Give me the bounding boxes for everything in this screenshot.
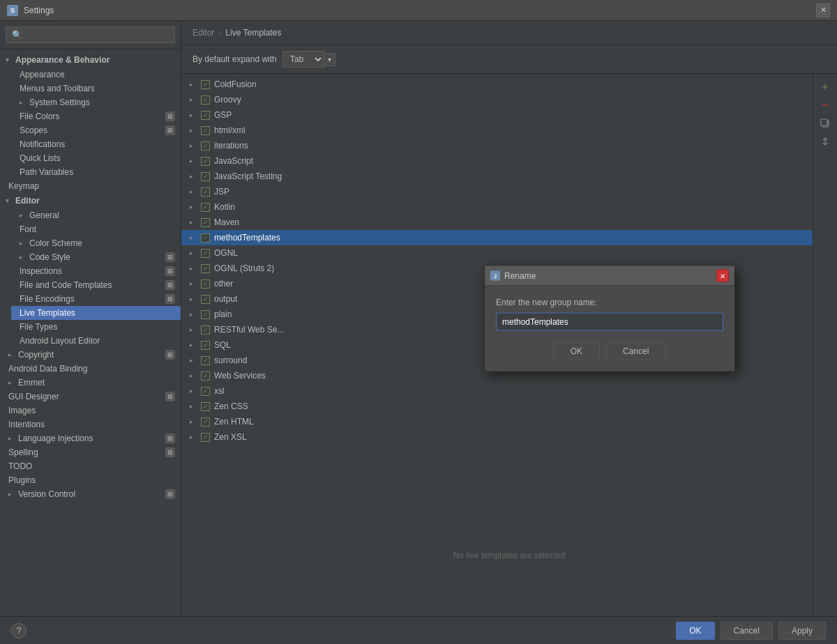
expand-arrow xyxy=(6,197,13,204)
dialog-overlay: J Rename ✕ Enter the new group name: OK … xyxy=(181,21,837,616)
sidebar-item-inspections[interactable]: Inspections ⊞ xyxy=(11,264,181,278)
sidebar-tree: Appearance & Behavior Appearance Menus a… xyxy=(0,49,181,616)
sidebar-item-font[interactable]: Font xyxy=(11,222,181,236)
badge: ⊞ xyxy=(165,280,175,290)
dialog-body: Enter the new group name: OK Cancel xyxy=(485,286,734,371)
sidebar-item-quick-lists[interactable]: Quick Lists xyxy=(11,151,181,165)
sidebar-item-file-colors[interactable]: File Colors ⊞ xyxy=(11,109,181,123)
dialog-title: Rename xyxy=(504,271,712,281)
sidebar-item-file-encodings[interactable]: File Encodings ⊞ xyxy=(11,292,181,306)
badge: ⊞ xyxy=(165,112,175,121)
badge: ⊞ xyxy=(165,392,175,401)
badge: ⊞ xyxy=(165,266,175,276)
sidebar-item-live-templates[interactable]: Live Templates xyxy=(11,306,181,320)
sidebar-item-menus-toolbars[interactable]: Menus and Toolbars xyxy=(11,82,181,95)
badge: ⊞ xyxy=(165,489,175,499)
expand-arrow xyxy=(6,56,13,63)
sidebar-item-general[interactable]: General xyxy=(11,208,181,222)
sidebar-group-editor[interactable]: Editor xyxy=(0,193,181,208)
dialog-icon: J xyxy=(490,271,500,281)
expand-arrow xyxy=(8,379,15,386)
window-close-button[interactable]: ✕ xyxy=(816,3,830,17)
sidebar-item-keymap[interactable]: Keymap xyxy=(0,179,181,193)
sidebar-item-android-data-binding[interactable]: Android Data Binding xyxy=(0,362,181,376)
bottom-left: ? xyxy=(11,623,27,638)
app-icon: S xyxy=(7,5,18,16)
search-input[interactable] xyxy=(6,26,175,43)
expand-arrow xyxy=(20,254,27,261)
dialog-prompt-label: Enter the new group name: xyxy=(496,298,723,307)
sidebar-item-version-control[interactable]: Version Control ⊞ xyxy=(0,487,181,501)
sidebar-item-spelling[interactable]: Spelling ⊞ xyxy=(0,445,181,459)
sidebar-item-notifications[interactable]: Notifications xyxy=(11,137,181,151)
sidebar-item-file-types[interactable]: File Types xyxy=(11,320,181,334)
title-bar: S Settings ✕ xyxy=(0,0,837,21)
dialog-titlebar: J Rename ✕ xyxy=(485,266,734,286)
sidebar-item-appearance[interactable]: Appearance xyxy=(11,68,181,82)
sidebar-item-android-layout-editor[interactable]: Android Layout Editor xyxy=(11,334,181,348)
sidebar-item-language-injections[interactable]: Language Injections ⊞ xyxy=(0,431,181,445)
expand-arrow xyxy=(20,212,27,219)
sidebar-item-gui-designer[interactable]: GUI Designer ⊞ xyxy=(0,390,181,404)
sidebar-item-emmet[interactable]: Emmet xyxy=(0,376,181,390)
expand-arrow xyxy=(20,99,27,106)
cancel-button[interactable]: Cancel xyxy=(721,622,773,640)
dialog-cancel-button[interactable]: Cancel xyxy=(605,342,666,360)
expand-arrow xyxy=(8,435,15,442)
expand-arrow xyxy=(20,240,27,247)
badge: ⊞ xyxy=(165,294,175,304)
sidebar-item-code-style[interactable]: Code Style ⊞ xyxy=(11,250,181,264)
sidebar: Appearance & Behavior Appearance Menus a… xyxy=(0,21,181,616)
dialog-ok-button[interactable]: OK xyxy=(553,342,600,360)
apply-button[interactable]: Apply xyxy=(778,622,826,640)
sidebar-item-path-variables[interactable]: Path Variables xyxy=(11,165,181,179)
sidebar-item-intentions[interactable]: Intentions xyxy=(0,417,181,431)
sidebar-group-appearance-behavior[interactable]: Appearance & Behavior xyxy=(0,52,181,68)
rename-dialog: J Rename ✕ Enter the new group name: OK … xyxy=(484,266,735,372)
badge: ⊞ xyxy=(165,350,175,360)
expand-arrow xyxy=(8,491,15,498)
ok-button[interactable]: OK xyxy=(676,622,714,640)
bottom-bar: ? OK Cancel Apply xyxy=(0,616,837,644)
right-panel: Editor › Live Templates By default expan… xyxy=(181,21,837,616)
window-title: Settings xyxy=(24,6,54,15)
sidebar-item-file-code-templates[interactable]: File and Code Templates ⊞ xyxy=(11,278,181,292)
sidebar-item-todo[interactable]: TODO xyxy=(0,459,181,473)
sidebar-item-color-scheme[interactable]: Color Scheme xyxy=(11,236,181,250)
expand-arrow xyxy=(8,351,15,358)
help-button[interactable]: ? xyxy=(11,623,27,638)
badge: ⊞ xyxy=(165,434,175,443)
badge: ⊞ xyxy=(165,252,175,262)
badge: ⊞ xyxy=(165,125,175,135)
dialog-name-input[interactable] xyxy=(496,313,723,331)
sidebar-item-copyright[interactable]: Copyright ⊞ xyxy=(0,348,181,362)
sidebar-item-scopes[interactable]: Scopes ⊞ xyxy=(11,123,181,137)
badge: ⊞ xyxy=(165,447,175,457)
dialog-close-button[interactable]: ✕ xyxy=(716,270,729,282)
dialog-buttons: OK Cancel xyxy=(496,342,723,360)
sidebar-item-images[interactable]: Images xyxy=(0,404,181,417)
search-box[interactable] xyxy=(0,21,181,49)
sidebar-item-system-settings[interactable]: System Settings xyxy=(11,95,181,109)
sidebar-item-plugins[interactable]: Plugins xyxy=(0,473,181,487)
